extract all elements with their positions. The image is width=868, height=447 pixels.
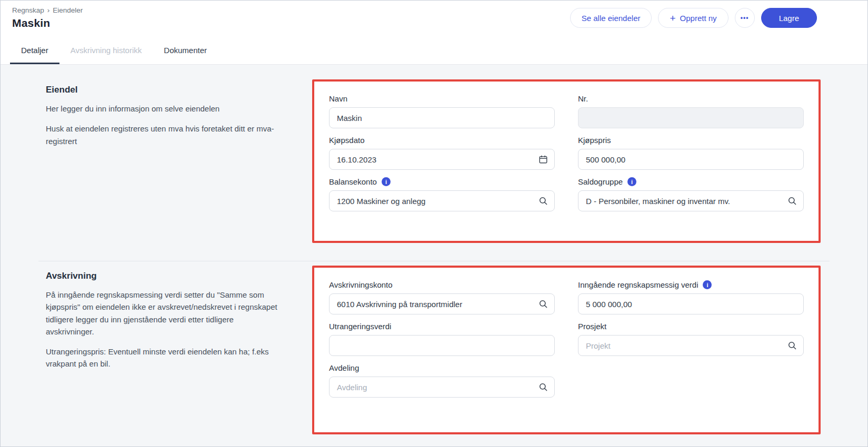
tab-detaljer[interactable]: Detaljer xyxy=(10,37,59,64)
tab-dokumenter[interactable]: Dokumenter xyxy=(153,37,218,64)
search-icon[interactable] xyxy=(787,341,797,350)
page-title: Maskin xyxy=(12,17,83,29)
search-icon[interactable] xyxy=(787,196,797,206)
tab-bar: Detaljer Avskrivning historikk Dokumente… xyxy=(1,37,867,65)
avdeling-input[interactable] xyxy=(329,377,555,398)
search-icon[interactable] xyxy=(538,382,548,392)
avdeling-input-wrap xyxy=(329,377,555,398)
inngaende-verdi-input-wrap xyxy=(578,293,804,314)
saldogruppe-input[interactable] xyxy=(578,190,804,211)
saldogruppe-label-text: Saldogruppe xyxy=(578,177,623,186)
info-icon[interactable]: i xyxy=(703,280,712,289)
breadcrumb-eiendeler[interactable]: Eiendeler xyxy=(53,6,83,14)
kjopspris-label-text: Kjøpspris xyxy=(578,136,611,145)
prosjekt-input[interactable] xyxy=(578,335,804,356)
highlight-box-eiendel: Navn Nr. Kjøpsdato xyxy=(312,79,821,243)
section-eiendel-description-2: Husk at eiendelen registreres uten mva h… xyxy=(46,123,280,147)
plus-icon: + xyxy=(670,13,675,23)
field-avdeling: Avdeling xyxy=(329,363,555,398)
main-content: Eiendel Her legger du inn informasjon om… xyxy=(1,65,867,447)
saldogruppe-input-wrap xyxy=(578,190,804,211)
saldogruppe-label: Saldogruppe i xyxy=(578,177,804,186)
inngaende-verdi-label-text: Inngående regnskapsmessig verdi xyxy=(578,280,698,289)
balansekonto-label-text: Balansekonto xyxy=(329,177,377,186)
section-avskrivning-heading: Avskrivning xyxy=(46,271,280,281)
section-eiendel-description-1: Her legger du inn informasjon om selve e… xyxy=(46,103,280,115)
tab-avskrivning-historikk[interactable]: Avskrivning historikk xyxy=(59,37,153,64)
balansekonto-input-wrap xyxy=(329,190,555,211)
field-avskrivningskonto: Avskrivningskonto xyxy=(329,280,555,314)
empty-grid-cell xyxy=(578,363,804,398)
prosjekt-input-wrap xyxy=(578,335,804,356)
nr-input xyxy=(578,107,804,128)
highlight-box-avskrivning: Avskrivningskonto Inng xyxy=(312,266,821,434)
create-new-button[interactable]: + Opprett ny xyxy=(658,8,728,28)
avdeling-label-text: Avdeling xyxy=(329,363,359,372)
field-kjopsdato: Kjøpsdato xyxy=(329,136,555,170)
ellipsis-icon: ••• xyxy=(741,14,749,22)
field-utrangeringsverdi: Utrangeringsverdi xyxy=(329,322,555,356)
nr-label: Nr. xyxy=(578,94,804,103)
inngaende-verdi-input[interactable] xyxy=(578,293,804,314)
navn-label-text: Navn xyxy=(329,94,347,103)
avskrivning-field-grid: Avskrivningskonto Inng xyxy=(329,280,804,398)
save-button[interactable]: Lagre xyxy=(761,8,817,28)
breadcrumb-separator: › xyxy=(47,6,50,14)
section-eiendel-info: Eiendel Her legger du inn informasjon om… xyxy=(46,79,280,243)
section-avskrivning: Avskrivning På inngående regnskapsmessin… xyxy=(1,261,867,434)
kjopspris-label: Kjøpspris xyxy=(578,136,804,145)
search-icon[interactable] xyxy=(538,196,548,206)
kjopsdato-label: Kjøpsdato xyxy=(329,136,555,145)
section-avskrivning-description-2: Utrangeringspris: Eventuell minste verdi… xyxy=(46,346,280,370)
avdeling-label: Avdeling xyxy=(329,363,555,372)
field-prosjekt: Prosjekt xyxy=(578,322,804,356)
navn-label: Navn xyxy=(329,94,555,103)
info-icon[interactable]: i xyxy=(382,177,391,186)
balansekonto-input[interactable] xyxy=(329,190,555,211)
navn-input-wrap xyxy=(329,107,555,128)
search-icon[interactable] xyxy=(538,299,548,309)
field-nr: Nr. xyxy=(578,94,804,128)
more-actions-button[interactable]: ••• xyxy=(735,8,755,28)
utrangeringsverdi-label-text: Utrangeringsverdi xyxy=(329,322,391,331)
balansekonto-label: Balansekonto i xyxy=(329,177,555,186)
section-avskrivning-info: Avskrivning På inngående regnskapsmessin… xyxy=(46,266,280,434)
avskrivningskonto-input-wrap xyxy=(329,293,555,314)
navn-input[interactable] xyxy=(329,107,555,128)
section-eiendel: Eiendel Her legger du inn informasjon om… xyxy=(1,65,867,243)
prosjekt-label: Prosjekt xyxy=(578,322,804,331)
utrangeringsverdi-input[interactable] xyxy=(329,335,555,356)
kjopspris-input[interactable] xyxy=(578,149,804,170)
field-navn: Navn xyxy=(329,94,555,128)
nr-label-text: Nr. xyxy=(578,94,588,103)
prosjekt-label-text: Prosjekt xyxy=(578,322,606,331)
calendar-icon[interactable] xyxy=(538,155,548,164)
field-inngaende-verdi: Inngående regnskapsmessig verdi i xyxy=(578,280,804,314)
nr-input-wrap xyxy=(578,107,804,128)
kjopsdato-input[interactable] xyxy=(329,149,555,170)
top-bar-actions: Se alle eiendeler + Opprett ny ••• Lagre xyxy=(570,8,817,28)
avskrivningskonto-input[interactable] xyxy=(329,293,555,314)
top-bar-left: Regnskap › Eiendeler Maskin xyxy=(12,6,83,29)
breadcrumb: Regnskap › Eiendeler xyxy=(12,6,83,14)
kjopsdato-label-text: Kjøpsdato xyxy=(329,136,365,145)
avskrivningskonto-label-text: Avskrivningskonto xyxy=(329,280,393,289)
create-new-label: Opprett ny xyxy=(680,14,717,23)
field-saldogruppe: Saldogruppe i xyxy=(578,177,804,211)
see-all-assets-button[interactable]: Se alle eiendeler xyxy=(570,8,652,28)
avskrivningskonto-label: Avskrivningskonto xyxy=(329,280,555,289)
field-balansekonto: Balansekonto i xyxy=(329,177,555,211)
section-avskrivning-description-1: På inngående regnskapsmessing verdi sett… xyxy=(46,289,280,338)
utrangeringsverdi-input-wrap xyxy=(329,335,555,356)
eiendel-field-grid: Navn Nr. Kjøpsdato xyxy=(329,94,804,211)
breadcrumb-regnskap[interactable]: Regnskap xyxy=(12,6,44,14)
utrangeringsverdi-label: Utrangeringsverdi xyxy=(329,322,555,331)
field-kjopspris: Kjøpspris xyxy=(578,136,804,170)
inngaende-verdi-label: Inngående regnskapsmessig verdi i xyxy=(578,280,804,289)
top-bar: Regnskap › Eiendeler Maskin Se alle eien… xyxy=(1,1,867,37)
kjopspris-input-wrap xyxy=(578,149,804,170)
section-eiendel-heading: Eiendel xyxy=(46,85,280,95)
info-icon[interactable]: i xyxy=(627,177,636,186)
kjopsdato-input-wrap xyxy=(329,149,555,170)
